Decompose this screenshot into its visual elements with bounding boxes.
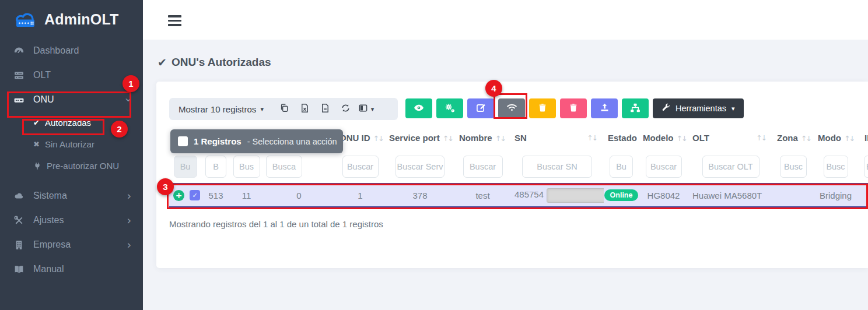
configure-button[interactable] xyxy=(436,98,463,118)
col-header-modo[interactable]: Modo↑↓ xyxy=(814,125,858,150)
col-header-nombre[interactable]: Nombre↑↓ xyxy=(455,125,510,150)
filter-input[interactable] xyxy=(233,156,260,178)
sidebar-item-sin-autorizar[interactable]: ✖ Sin Autorizar xyxy=(0,133,143,155)
filter-input-sn[interactable] xyxy=(522,156,592,178)
col-header-olt[interactable]: OLT↑↓ xyxy=(688,125,773,150)
sitemap-button[interactable] xyxy=(622,98,649,118)
col-header-ip[interactable]: IP xyxy=(858,125,868,150)
sidebar-item-label: Ajustes xyxy=(33,215,64,226)
refresh-icon xyxy=(341,103,351,115)
length-menu-dropdown[interactable]: Mostrar 10 registros ▾ xyxy=(178,104,264,114)
plug-icon xyxy=(33,162,41,170)
x-icon: ✖ xyxy=(33,140,40,149)
sidebar-item-pre-autorizar[interactable]: Pre-autorizar ONU xyxy=(0,155,143,177)
tools-dropdown-button[interactable]: Herramientas ▾ xyxy=(653,98,744,118)
sidebar-item-autorizadas[interactable]: ✔ Autorizadas xyxy=(0,112,143,133)
sidebar-item-label: Autorizadas xyxy=(45,118,91,128)
sidebar-item-dashboard[interactable]: Dashboard xyxy=(0,38,143,63)
refresh-button[interactable] xyxy=(335,99,356,119)
building-icon xyxy=(13,239,24,251)
chevron-right-icon: › xyxy=(127,191,131,202)
sort-icon: ↑↓ xyxy=(587,133,597,142)
topbar xyxy=(143,0,868,40)
page-title: ✔ ONU's Autorizadas xyxy=(158,56,271,69)
column-visibility-button[interactable]: ▾ xyxy=(356,99,376,119)
filter-input-estado[interactable] xyxy=(610,156,633,178)
filter-input-olt[interactable] xyxy=(702,156,760,178)
copy-button[interactable] xyxy=(274,99,295,119)
upload-button[interactable] xyxy=(591,98,618,118)
trash-icon xyxy=(538,103,547,114)
filter-input[interactable] xyxy=(205,156,226,178)
cell-service-port: 378 xyxy=(385,184,455,207)
cell-port: 0 xyxy=(262,184,335,207)
col-header-service-port[interactable]: Service port↑↓ xyxy=(385,125,455,150)
app-logo[interactable]: AdminOLT xyxy=(0,0,143,37)
sort-icon: ↑↓ xyxy=(844,134,854,143)
filter-input-onu-id[interactable] xyxy=(342,156,379,178)
delete-button[interactable] xyxy=(529,98,556,118)
book-icon xyxy=(13,264,24,275)
sort-icon: ↑↓ xyxy=(677,134,687,143)
app-name: AdminOLT xyxy=(44,11,119,28)
expand-row-button[interactable]: + xyxy=(173,190,184,201)
filter-input-service-port[interactable] xyxy=(396,156,444,178)
caret-down-icon: ▾ xyxy=(371,105,374,113)
sidebar-item-sistema[interactable]: Sistema › xyxy=(0,184,143,208)
filter-input[interactable] xyxy=(266,156,302,178)
col-header-zona[interactable]: Zona↑↓ xyxy=(773,125,814,150)
sort-icon: ↑↓ xyxy=(801,134,811,143)
sidebar: AdminOLT Dashboard OLT xyxy=(0,0,143,310)
cell-sn: 485754 xyxy=(510,184,604,207)
upload-icon xyxy=(600,103,610,114)
edit-icon xyxy=(476,103,486,114)
filter-input-modelo[interactable] xyxy=(646,156,682,178)
trash-icon xyxy=(569,103,578,114)
cell-board: 11 xyxy=(230,184,262,207)
wrench-icon xyxy=(662,103,670,114)
col-header-estado[interactable]: Estado xyxy=(604,125,639,150)
sidebar-item-label: Sistema xyxy=(33,191,67,201)
menu-toggle-button[interactable] xyxy=(168,15,181,29)
cell-id: 513 xyxy=(201,184,230,207)
sidebar-item-label: Dashboard xyxy=(33,45,79,56)
view-button[interactable] xyxy=(405,98,432,118)
col-header-modelo[interactable]: Modelo↑↓ xyxy=(639,125,688,150)
sidebar-item-olt[interactable]: OLT xyxy=(0,63,143,87)
sidebar-item-label: ONU xyxy=(33,94,54,105)
table-row[interactable]: + ✓ 513 11 0 1 378 test 485754 Online HG… xyxy=(169,184,868,207)
chevron-right-icon: › xyxy=(127,239,131,251)
sidebar-submenu-onu: ✔ Autorizadas ✖ Sin Autorizar Pre-autori… xyxy=(0,112,143,177)
filter-input-modo[interactable] xyxy=(824,156,848,178)
filter-input-zona[interactable] xyxy=(780,156,807,178)
row-checkbox[interactable]: ✓ xyxy=(190,190,200,200)
sidebar-item-onu[interactable]: ONU › xyxy=(0,87,143,112)
sidebar-item-label: Manual xyxy=(33,264,64,274)
server-icon xyxy=(13,70,24,81)
filter-input-ip[interactable] xyxy=(864,156,868,178)
select-all-checkbox[interactable] xyxy=(178,136,188,146)
sidebar-item-empresa[interactable]: Empresa › xyxy=(0,233,143,257)
caret-down-icon: ▾ xyxy=(260,105,264,113)
check-icon: ✔ xyxy=(33,118,40,127)
file-excel-icon xyxy=(300,103,310,115)
cell-zona xyxy=(773,184,814,207)
export-excel-button[interactable] xyxy=(295,99,315,119)
sidebar-item-ajustes[interactable]: Ajustes › xyxy=(0,208,143,233)
wifi-button[interactable] xyxy=(498,98,525,118)
export-file-button[interactable] xyxy=(315,99,335,119)
caret-down-icon: ▾ xyxy=(732,105,735,112)
edit-button[interactable] xyxy=(467,98,494,118)
eye-icon xyxy=(414,103,424,115)
file-icon xyxy=(320,103,330,115)
selected-count: 1 Registros xyxy=(194,136,242,146)
bulk-action-label: - Selecciona una acción xyxy=(247,137,337,146)
col-header-sn[interactable]: SN↑↓ xyxy=(510,125,604,150)
caret-down-icon: ▾ xyxy=(344,138,347,145)
delete-force-button[interactable] xyxy=(560,98,587,118)
filter-input-nombre[interactable] xyxy=(463,156,503,178)
cell-modo: Bridging xyxy=(814,184,858,207)
copy-icon xyxy=(279,103,289,115)
bulk-actions-dropdown[interactable]: 1 Registros - Selecciona una acción ▾ xyxy=(170,129,343,153)
sidebar-item-manual[interactable]: Manual xyxy=(0,257,143,281)
